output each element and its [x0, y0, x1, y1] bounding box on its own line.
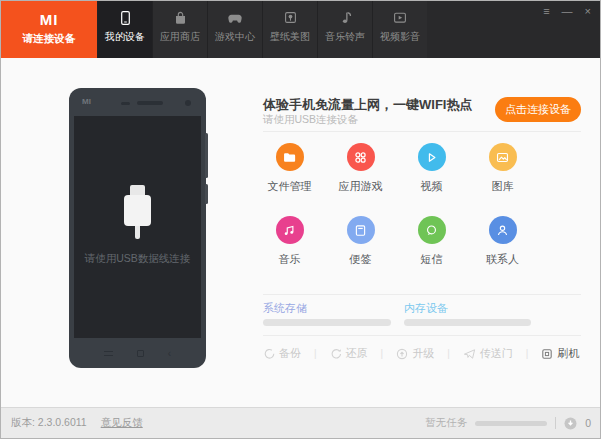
phone-camera	[185, 100, 191, 106]
phone-menu-icon	[104, 351, 113, 356]
flash-rom-button[interactable]: 刷机	[541, 346, 579, 361]
shortcut-label: 便签	[350, 252, 372, 267]
phone-back-icon: ‹	[168, 350, 171, 357]
tab-label: 我的设备	[105, 30, 145, 44]
system-storage-label: 系统存储	[263, 301, 307, 316]
usb-plug-icon	[124, 185, 151, 239]
tools-separator: |	[447, 348, 450, 359]
tools-separator: |	[526, 348, 529, 359]
tab-label: 壁纸美图	[270, 30, 310, 44]
phone-nav-bar: ‹	[74, 338, 201, 368]
status-divider	[555, 417, 556, 429]
shortcut-gallery[interactable]: 图库	[467, 143, 538, 194]
sms-bubble-icon	[418, 216, 446, 244]
phone-sensor	[121, 102, 130, 105]
brand-block: MI 请连接设备	[1, 1, 97, 58]
shortcut-label: 视频	[421, 179, 443, 194]
tab-label: 游戏中心	[215, 30, 255, 44]
phone-volume-button	[205, 133, 208, 178]
contact-icon	[489, 216, 517, 244]
memory-device-bar	[404, 319, 531, 326]
window-controls: ≡ — ×	[543, 6, 591, 17]
tab-label: 应用商店	[160, 30, 200, 44]
portal-button[interactable]: 传送门	[463, 346, 513, 361]
phone-power-button	[205, 184, 208, 204]
tab-wallpaper[interactable]: 壁纸美图	[262, 1, 317, 58]
shortcut-label: 图库	[492, 179, 514, 194]
app-store-icon	[173, 10, 188, 26]
status-bar: 版本: 2.3.0.6011 意见反馈 暂无任务 0	[1, 407, 600, 438]
tools-separator: |	[314, 348, 317, 359]
shortcut-video[interactable]: 视频	[396, 143, 467, 194]
phone-screen-message: 请使用USB数据线连接	[85, 252, 191, 266]
tab-video-media[interactable]: 视频影音	[372, 1, 427, 58]
shortcut-label: 文件管理	[268, 179, 312, 194]
task-progress-bar	[475, 421, 547, 426]
tab-music-ringtone[interactable]: 音乐铃声	[317, 1, 372, 58]
shortcut-label: 音乐	[279, 252, 301, 267]
video-media-icon	[392, 10, 408, 26]
phone-screen: 请使用USB数据线连接	[74, 116, 201, 338]
task-status: 暂无任务	[425, 416, 467, 430]
tools-row: 备份 | 还原 | 升级 | 传送门 | 刷机	[263, 346, 579, 361]
phone-mi-logo: MI	[82, 97, 91, 106]
shortcut-label: 短信	[421, 252, 443, 267]
feedback-link[interactable]: 意见反馈	[101, 416, 143, 430]
connect-device-button[interactable]: 点击连接设备	[495, 97, 581, 122]
wallpaper-icon	[283, 10, 298, 26]
shortcut-contacts[interactable]: 联系人	[467, 216, 538, 267]
memory-device-label: 内存设备	[404, 301, 448, 316]
version-label: 版本: 2.3.0.6011	[11, 416, 87, 430]
shortcut-music[interactable]: 音乐	[254, 216, 325, 267]
play-icon	[418, 143, 446, 171]
phone-illustration: MI 请使用USB数据线连接 ‹	[69, 88, 206, 368]
tab-my-device[interactable]: 我的设备	[97, 1, 152, 58]
portal-icon	[463, 348, 476, 360]
upgrade-icon	[396, 348, 408, 360]
shortcut-label: 应用游戏	[339, 179, 383, 194]
restore-icon	[330, 348, 342, 360]
tab-label: 音乐铃声	[325, 30, 365, 44]
my-device-icon	[118, 10, 133, 26]
apps-games-icon	[347, 143, 375, 171]
gallery-icon	[489, 143, 517, 171]
shortcut-file-manager[interactable]: 文件管理	[254, 143, 325, 194]
download-icon[interactable]	[564, 417, 577, 430]
divider	[263, 335, 581, 336]
mi-logo: MI	[1, 1, 97, 28]
folder-icon	[276, 143, 304, 171]
backup-button[interactable]: 备份	[263, 346, 301, 361]
upgrade-button[interactable]: 升级	[396, 346, 434, 361]
phone-home-icon	[137, 350, 144, 357]
connect-subtitle: 请使用USB连接设备	[263, 113, 358, 127]
shortcut-apps-games[interactable]: 应用游戏	[325, 143, 396, 194]
shortcut-notes[interactable]: 便签	[325, 216, 396, 267]
tools-separator: |	[381, 348, 384, 359]
music-ringtone-icon	[338, 10, 353, 26]
download-count[interactable]: 0	[585, 417, 591, 429]
menu-icon[interactable]: ≡	[543, 6, 549, 17]
shortcut-grid: 文件管理 应用游戏 视频 图库 音乐	[254, 143, 540, 267]
tab-label: 视频影音	[380, 30, 420, 44]
tab-game-center[interactable]: 游戏中心	[207, 1, 262, 58]
divider	[263, 131, 581, 132]
notes-icon	[347, 216, 375, 244]
shortcut-label: 联系人	[486, 252, 519, 267]
system-storage-bar	[263, 319, 391, 326]
game-center-icon	[227, 10, 243, 26]
minimize-icon[interactable]: —	[562, 6, 573, 17]
restore-button[interactable]: 还原	[330, 346, 368, 361]
divider	[263, 294, 581, 295]
music-note-icon	[276, 216, 304, 244]
backup-icon	[263, 348, 275, 360]
tab-app-store[interactable]: 应用商店	[152, 1, 207, 58]
shortcut-sms[interactable]: 短信	[396, 216, 467, 267]
connect-title: 体验手机免流量上网，一键WIFI热点	[263, 96, 472, 114]
flash-rom-icon	[541, 348, 553, 360]
connection-status: 请连接设备	[1, 32, 97, 46]
top-bar: MI 请连接设备 我的设备 应用商店 游戏中心 壁纸美图	[1, 1, 600, 58]
mi-pc-suite-window: MI 请连接设备 我的设备 应用商店 游戏中心 壁纸美图	[0, 0, 601, 439]
phone-speaker	[137, 101, 163, 105]
close-icon[interactable]: ×	[585, 6, 591, 17]
